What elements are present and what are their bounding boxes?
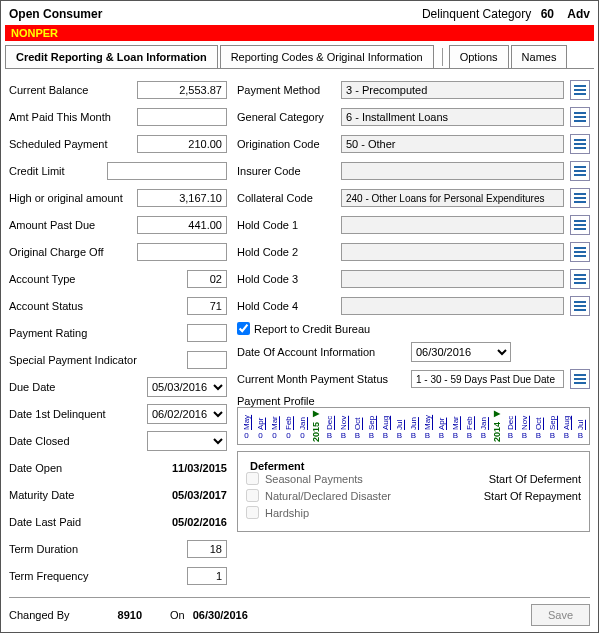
label-due-date: Due Date xyxy=(9,381,129,393)
label-account-status: Account Status xyxy=(9,300,129,312)
input-general-category[interactable] xyxy=(341,108,564,126)
input-hold-1[interactable] xyxy=(341,216,564,234)
svg-rect-26 xyxy=(574,309,586,311)
input-payment-method[interactable] xyxy=(341,81,564,99)
svg-rect-24 xyxy=(574,301,586,303)
profile-month: DecB xyxy=(504,410,517,442)
lookup-icon[interactable] xyxy=(570,369,590,389)
profile-month: SepB xyxy=(546,410,559,442)
label-start-repayment: Start Of Repayment xyxy=(484,490,581,502)
select-date-1st-delinq[interactable]: 06/02/2016 xyxy=(147,404,227,424)
checkbox-report-credit-bureau[interactable] xyxy=(237,322,250,335)
input-amt-paid[interactable] xyxy=(137,108,227,126)
label-date-last-paid: Date Last Paid xyxy=(9,516,129,528)
lookup-icon[interactable] xyxy=(570,269,590,289)
svg-rect-14 xyxy=(574,201,586,203)
label-origination-code: Origination Code xyxy=(237,138,337,150)
select-date-closed[interactable] xyxy=(147,431,227,451)
profile-month: JulB xyxy=(393,410,406,442)
profile-month: May0 xyxy=(240,410,253,442)
label-report-credit-bureau: Report to Credit Bureau xyxy=(254,323,370,335)
profile-month: MarB xyxy=(449,410,462,442)
input-hold-2[interactable] xyxy=(341,243,564,261)
tab-credit-reporting[interactable]: Credit Reporting & Loan Information xyxy=(5,45,218,68)
checkbox-hardship xyxy=(246,506,259,519)
svg-rect-27 xyxy=(574,374,586,376)
svg-rect-5 xyxy=(574,120,586,122)
svg-rect-13 xyxy=(574,197,586,199)
profile-month: AugB xyxy=(560,410,573,442)
svg-rect-1 xyxy=(574,89,586,91)
svg-rect-25 xyxy=(574,305,586,307)
value-changed-by: 8910 xyxy=(118,609,142,621)
input-scheduled-payment[interactable] xyxy=(137,135,227,153)
svg-rect-11 xyxy=(574,174,586,176)
window-title: Open Consumer xyxy=(9,7,102,21)
profile-month: AprB xyxy=(435,410,448,442)
svg-rect-8 xyxy=(574,147,586,149)
tab-names[interactable]: Names xyxy=(511,45,568,68)
input-special-payment-indicator[interactable] xyxy=(187,351,227,369)
input-credit-limit[interactable] xyxy=(107,162,227,180)
lookup-icon[interactable] xyxy=(570,107,590,127)
profile-month: AugB xyxy=(379,410,392,442)
label-amount-past-due: Amount Past Due xyxy=(9,219,129,231)
lookup-icon[interactable] xyxy=(570,242,590,262)
input-current-month-status[interactable] xyxy=(411,370,564,388)
input-payment-rating[interactable] xyxy=(187,324,227,342)
label-term-duration: Term Duration xyxy=(9,543,129,555)
label-hold-1: Hold Code 1 xyxy=(237,219,337,231)
lookup-icon[interactable] xyxy=(570,161,590,181)
select-due-date[interactable]: 05/03/2016 xyxy=(147,377,227,397)
input-term-frequency[interactable] xyxy=(187,567,227,585)
input-amount-past-due[interactable] xyxy=(137,216,227,234)
label-on: On xyxy=(170,609,185,621)
label-payment-profile: Payment Profile xyxy=(237,395,590,407)
save-button[interactable]: Save xyxy=(531,604,590,626)
lookup-icon[interactable] xyxy=(570,188,590,208)
input-account-type[interactable] xyxy=(187,270,227,288)
profile-month: FebB xyxy=(463,410,476,442)
profile-month: NovB xyxy=(518,410,531,442)
svg-rect-10 xyxy=(574,170,586,172)
label-high-original: High or original amount xyxy=(9,192,129,204)
input-original-charge-off[interactable] xyxy=(137,243,227,261)
label-date-1st-delinq: Date 1st Delinquent xyxy=(9,408,129,420)
input-insurer-code[interactable] xyxy=(341,162,564,180)
lookup-icon[interactable] xyxy=(570,296,590,316)
lookup-icon[interactable] xyxy=(570,80,590,100)
label-payment-method: Payment Method xyxy=(237,84,337,96)
tab-reporting-codes[interactable]: Reporting Codes & Original Information xyxy=(220,45,434,68)
svg-rect-12 xyxy=(574,193,586,195)
input-term-duration[interactable] xyxy=(187,540,227,558)
input-current-balance[interactable] xyxy=(137,81,227,99)
profile-month: JunB xyxy=(407,410,420,442)
label-changed-by: Changed By xyxy=(9,609,70,621)
label-original-charge-off: Original Charge Off xyxy=(9,246,129,258)
profile-month: OctB xyxy=(532,410,545,442)
input-high-original[interactable] xyxy=(137,189,227,207)
input-origination-code[interactable] xyxy=(341,135,564,153)
input-collateral-code[interactable] xyxy=(341,189,564,207)
input-account-status[interactable] xyxy=(187,297,227,315)
deferment-title: Deferment xyxy=(246,460,308,472)
tab-options[interactable]: Options xyxy=(449,45,509,68)
input-hold-3[interactable] xyxy=(341,270,564,288)
label-natural: Natural/Declared Disaster xyxy=(265,490,391,502)
profile-month: JanB xyxy=(477,410,490,442)
svg-rect-0 xyxy=(574,85,586,87)
svg-rect-21 xyxy=(574,274,586,276)
select-date-account-info[interactable]: 06/30/2016 xyxy=(411,342,511,362)
status-bar-nonper: NONPER xyxy=(5,25,594,41)
input-hold-4[interactable] xyxy=(341,297,564,315)
svg-rect-4 xyxy=(574,116,586,118)
label-hold-3: Hold Code 3 xyxy=(237,273,337,285)
label-term-frequency: Term Frequency xyxy=(9,570,129,582)
lookup-icon[interactable] xyxy=(570,215,590,235)
svg-rect-19 xyxy=(574,251,586,253)
profile-month: NovB xyxy=(337,410,350,442)
label-date-account-info: Date Of Account Information xyxy=(237,346,407,358)
svg-rect-9 xyxy=(574,166,586,168)
lookup-icon[interactable] xyxy=(570,134,590,154)
profile-month: DecB xyxy=(323,410,336,442)
